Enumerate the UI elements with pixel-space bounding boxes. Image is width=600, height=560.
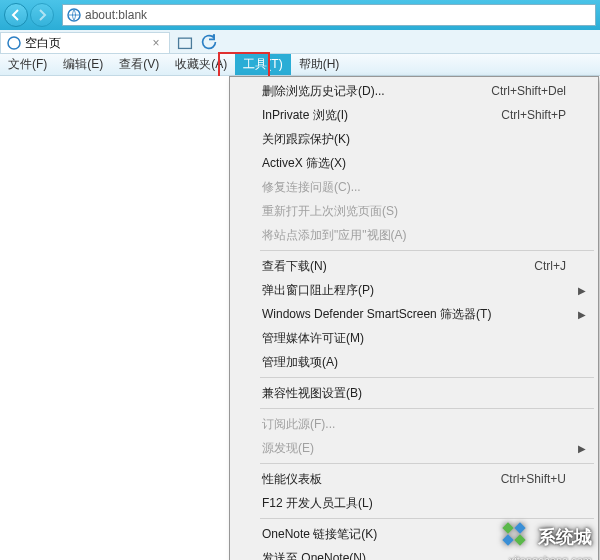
ie-icon — [67, 8, 81, 22]
tab-title: 空白页 — [25, 35, 61, 52]
menu-entry: 重新打开上次浏览页面(S) — [232, 199, 596, 223]
menu-entry: 修复连接问题(C)... — [232, 175, 596, 199]
menu-separator — [260, 518, 594, 519]
new-tab-button[interactable] — [176, 33, 194, 51]
svg-rect-2 — [179, 38, 192, 48]
svg-point-1 — [8, 37, 20, 49]
menu-entry-label: 源发现(E) — [262, 440, 314, 457]
menu-entry-label: 管理加载项(A) — [262, 354, 338, 371]
menu-item[interactable]: 收藏夹(A) — [167, 54, 235, 75]
menu-entry-label: 兼容性视图设置(B) — [262, 385, 362, 402]
menu-entry[interactable]: 管理加载项(A) — [232, 350, 596, 374]
menu-entry[interactable]: F12 开发人员工具(L) — [232, 491, 596, 515]
menu-entry-label: 管理媒体许可证(M) — [262, 330, 364, 347]
watermark-brand: 系统城 — [538, 525, 592, 549]
menu-entry[interactable]: ActiveX 筛选(X) — [232, 151, 596, 175]
refresh-icon — [200, 33, 218, 51]
menu-entry-label: 将站点添加到"应用"视图(A) — [262, 227, 407, 244]
menu-shortcut: Ctrl+Shift+U — [501, 472, 566, 486]
tab-tools — [170, 30, 224, 53]
menu-entry-label: 发送至 OneNote(N) — [262, 550, 366, 561]
forward-button[interactable] — [30, 3, 54, 27]
logo-icon — [502, 522, 532, 552]
refresh-button[interactable] — [200, 33, 218, 51]
watermark: 系统城 — [502, 522, 592, 552]
menu-separator — [260, 377, 594, 378]
tab[interactable]: 空白页 × — [0, 32, 170, 53]
arrow-left-icon — [10, 9, 22, 21]
menu-entry-label: 重新打开上次浏览页面(S) — [262, 203, 398, 220]
menu-shortcut: Ctrl+J — [534, 259, 566, 273]
menu-bar: 文件(F)编辑(E)查看(V)收藏夹(A)工具(T)帮助(H) — [0, 54, 600, 76]
menu-entry: 订阅此源(F)... — [232, 412, 596, 436]
menu-entry[interactable]: InPrivate 浏览(I)Ctrl+Shift+P — [232, 103, 596, 127]
menu-item[interactable]: 文件(F) — [0, 54, 55, 75]
menu-entry[interactable]: 性能仪表板Ctrl+Shift+U — [232, 467, 596, 491]
svg-rect-3 — [502, 522, 513, 533]
menu-entry[interactable]: 兼容性视图设置(B) — [232, 381, 596, 405]
submenu-arrow-icon: ▶ — [578, 285, 586, 296]
menu-entry[interactable]: 删除浏览历史记录(D)...Ctrl+Shift+Del — [232, 79, 596, 103]
address-text: about:blank — [85, 8, 591, 22]
menu-entry[interactable]: 管理媒体许可证(M) — [232, 326, 596, 350]
svg-rect-4 — [514, 522, 525, 533]
submenu-arrow-icon: ▶ — [578, 443, 586, 454]
menu-entry-label: 删除浏览历史记录(D)... — [262, 83, 385, 100]
address-bar[interactable]: about:blank — [62, 4, 596, 26]
arrow-right-icon — [36, 9, 48, 21]
menu-entry[interactable]: Windows Defender SmartScreen 筛选器(T)▶ — [232, 302, 596, 326]
watermark-url: xitongcheng.com — [509, 554, 592, 560]
menu-item[interactable]: 帮助(H) — [291, 54, 348, 75]
submenu-arrow-icon: ▶ — [578, 309, 586, 320]
menu-entry-label: 关闭跟踪保护(K) — [262, 131, 350, 148]
menu-entry[interactable]: 关闭跟踪保护(K) — [232, 127, 596, 151]
menu-entry[interactable]: 弹出窗口阻止程序(P)▶ — [232, 278, 596, 302]
menu-entry-label: F12 开发人员工具(L) — [262, 495, 373, 512]
menu-separator — [260, 250, 594, 251]
menu-entry[interactable]: 查看下载(N)Ctrl+J — [232, 254, 596, 278]
tab-icon — [176, 33, 194, 51]
svg-rect-6 — [514, 534, 525, 545]
menu-entry-label: 修复连接问题(C)... — [262, 179, 361, 196]
menu-entry-label: Windows Defender SmartScreen 筛选器(T) — [262, 306, 491, 323]
menu-entry-label: 性能仪表板 — [262, 471, 322, 488]
menu-entry-label: ActiveX 筛选(X) — [262, 155, 346, 172]
back-button[interactable] — [4, 3, 28, 27]
tools-dropdown: 删除浏览历史记录(D)...Ctrl+Shift+DelInPrivate 浏览… — [229, 76, 599, 560]
svg-rect-5 — [502, 534, 513, 545]
tab-row: 空白页 × — [0, 30, 600, 54]
menu-entry-label: 查看下载(N) — [262, 258, 327, 275]
menu-entry-label: 弹出窗口阻止程序(P) — [262, 282, 374, 299]
menu-entry: 源发现(E)▶ — [232, 436, 596, 460]
ie-icon — [7, 36, 21, 50]
menu-separator — [260, 463, 594, 464]
menu-item[interactable]: 查看(V) — [111, 54, 167, 75]
close-icon[interactable]: × — [149, 36, 163, 50]
menu-entry: 将站点添加到"应用"视图(A) — [232, 223, 596, 247]
menu-entry-label: 订阅此源(F)... — [262, 416, 335, 433]
menu-separator — [260, 408, 594, 409]
menu-entry-label: OneNote 链接笔记(K) — [262, 526, 377, 543]
menu-shortcut: Ctrl+Shift+Del — [491, 84, 566, 98]
menu-entry-label: InPrivate 浏览(I) — [262, 107, 348, 124]
menu-item[interactable]: 编辑(E) — [55, 54, 111, 75]
menu-item[interactable]: 工具(T) — [235, 54, 290, 75]
menu-shortcut: Ctrl+Shift+P — [501, 108, 566, 122]
nav-bar: about:blank — [0, 0, 600, 30]
